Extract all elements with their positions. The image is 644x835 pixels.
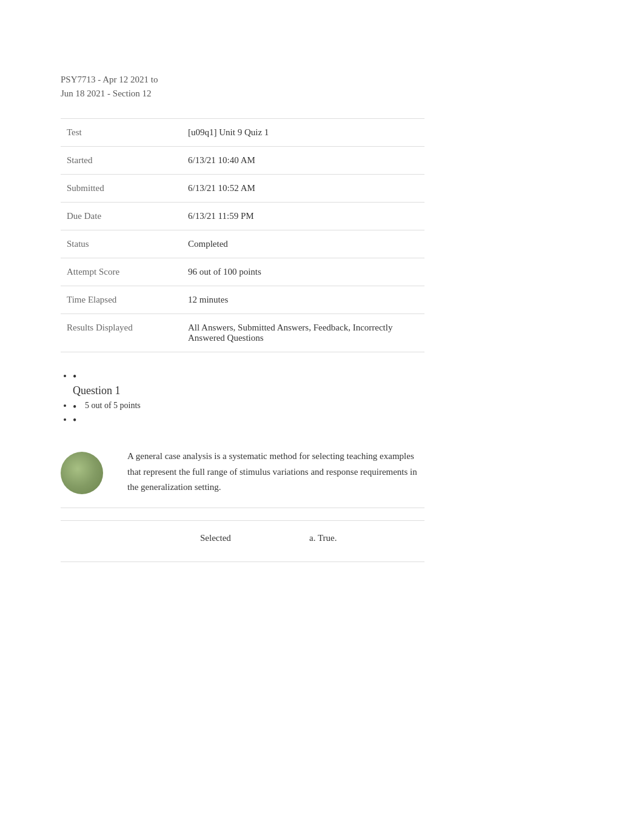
answer-value: a. True. <box>309 533 337 543</box>
info-row: Due Date6/13/21 11:59 PM <box>61 203 424 230</box>
question-points: 5 out of 5 points <box>73 401 424 411</box>
answer-label: Selected <box>200 533 309 543</box>
question-image <box>61 452 103 494</box>
info-table: Test[u09q1] Unit 9 Quiz 1Started6/13/21 … <box>61 118 424 352</box>
info-row: Submitted6/13/21 10:52 AM <box>61 175 424 203</box>
info-value: 6/13/21 10:40 AM <box>182 147 424 175</box>
course-title-line1: PSY7713 - Apr 12 2021 to <box>61 75 158 84</box>
course-title-line2: Jun 18 2021 - Section 12 <box>61 89 152 98</box>
page-container: PSY7713 - Apr 12 2021 to Jun 18 2021 - S… <box>0 0 485 611</box>
info-row: Results DisplayedAll Answers, Submitted … <box>61 314 424 352</box>
info-value: 96 out of 100 points <box>182 258 424 286</box>
bullet-empty-bottom <box>73 414 424 424</box>
question-text: A general case analysis is a systematic … <box>115 449 424 495</box>
info-value: All Answers, Submitted Answers, Feedback… <box>182 314 424 352</box>
questions-section: Question 1 5 out of 5 points <box>61 371 424 424</box>
info-label: Time Elapsed <box>61 286 182 314</box>
info-label: Results Displayed <box>61 314 182 352</box>
info-row: Test[u09q1] Unit 9 Quiz 1 <box>61 119 424 147</box>
info-row: StatusCompleted <box>61 230 424 258</box>
question-divider <box>61 508 424 508</box>
info-row: Attempt Score96 out of 100 points <box>61 258 424 286</box>
info-label: Attempt Score <box>61 258 182 286</box>
question-image-row: A general case analysis is a systematic … <box>61 449 424 495</box>
info-label: Due Date <box>61 203 182 230</box>
info-label: Status <box>61 230 182 258</box>
info-value: 6/13/21 11:59 PM <box>182 203 424 230</box>
info-value: [u09q1] Unit 9 Quiz 1 <box>182 119 424 147</box>
answer-divider <box>61 562 424 562</box>
course-title: PSY7713 - Apr 12 2021 to Jun 18 2021 - S… <box>61 73 424 100</box>
question-title: Question 1 <box>73 384 424 397</box>
info-row: Time Elapsed12 minutes <box>61 286 424 314</box>
info-label: Test <box>61 119 182 147</box>
bullet-empty-top <box>73 371 424 381</box>
info-label: Started <box>61 147 182 175</box>
info-value: 12 minutes <box>182 286 424 314</box>
info-value: Completed <box>182 230 424 258</box>
answer-row: Selected a. True. <box>61 520 424 555</box>
question-block: A general case analysis is a systematic … <box>61 449 424 562</box>
info-value: 6/13/21 10:52 AM <box>182 175 424 203</box>
info-label: Submitted <box>61 175 182 203</box>
info-row: Started6/13/21 10:40 AM <box>61 147 424 175</box>
